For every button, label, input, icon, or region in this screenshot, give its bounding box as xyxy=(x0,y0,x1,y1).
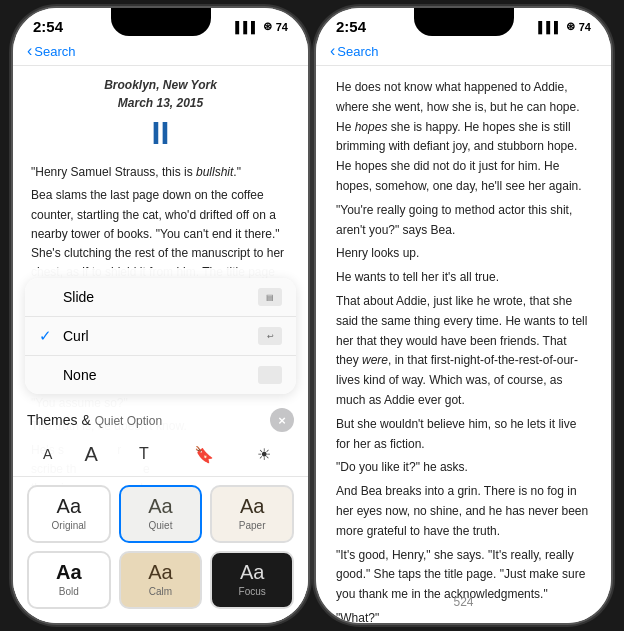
transition-slide-left: Slide xyxy=(39,289,94,306)
right-p5: That about Addie, just like he wrote, th… xyxy=(336,292,591,411)
theme-paper-inner: Aa Paper xyxy=(212,487,292,541)
theme-calm-inner: Aa Calm xyxy=(121,553,201,607)
battery-icon: 74 xyxy=(276,21,288,33)
right-p6: But she wouldn't believe him, so he lets… xyxy=(336,415,591,455)
theme-bold-aa: Aa xyxy=(56,561,82,584)
right-status-bar: 2:54 ▌▌▌ ⊛ 74 xyxy=(316,8,611,39)
none-label: None xyxy=(63,367,96,383)
slide-check xyxy=(39,289,55,306)
font-size-large-label[interactable]: A xyxy=(84,443,97,466)
theme-bold-inner: Aa Bold xyxy=(29,553,109,607)
left-status-icons: ▌▌▌ ⊛ 74 xyxy=(235,20,288,33)
font-brightness-icon[interactable]: ☀ xyxy=(250,440,278,468)
theme-bold-card[interactable]: Aa Bold xyxy=(27,551,111,609)
curl-label: Curl xyxy=(63,328,89,344)
left-phone: 2:54 ▌▌▌ ⊛ 74 ‹ Search Brooklyn, New Yor… xyxy=(13,8,308,623)
right-p7: "Do you like it?" he asks. xyxy=(336,458,591,478)
theme-focus-name: Focus xyxy=(239,586,266,597)
none-check xyxy=(39,367,55,384)
overlay-panel: Slide ▤ ✓ Curl ↩ None xyxy=(13,268,308,623)
right-battery-icon: 74 xyxy=(579,21,591,33)
right-status-time: 2:54 xyxy=(336,18,366,35)
theme-focus-inner: Aa Focus xyxy=(212,553,292,607)
none-icon xyxy=(258,366,282,384)
right-p3: Henry looks up. xyxy=(336,244,591,264)
right-signal-icon: ▌▌▌ xyxy=(538,21,561,33)
back-chevron-icon: ‹ xyxy=(27,43,32,59)
right-p8: And Bea breaks into a grin. There is no … xyxy=(336,482,591,541)
right-nav-bar: ‹ Search xyxy=(316,39,611,66)
theme-paper-card[interactable]: Aa Paper xyxy=(210,485,294,543)
right-back-label: Search xyxy=(337,44,378,59)
transition-slide[interactable]: Slide ▤ xyxy=(25,278,296,317)
font-size-small-label[interactable]: A xyxy=(43,446,52,462)
close-button[interactable]: × xyxy=(270,408,294,432)
left-back-button[interactable]: ‹ Search xyxy=(27,43,76,59)
back-label: Search xyxy=(34,44,75,59)
signal-icon: ▌▌▌ xyxy=(235,21,258,33)
right-book-content: He does not know what happened to Addie,… xyxy=(316,66,611,623)
theme-calm-name: Calm xyxy=(149,586,172,597)
book-header: Brooklyn, New YorkMarch 13, 2015 II xyxy=(31,76,290,151)
theme-original-card[interactable]: Aa Original xyxy=(27,485,111,543)
left-screen: 2:54 ▌▌▌ ⊛ 74 ‹ Search Brooklyn, New Yor… xyxy=(13,8,308,623)
left-nav-bar: ‹ Search xyxy=(13,39,308,66)
theme-bold-name: Bold xyxy=(59,586,79,597)
themes-label: Themes & Quiet Option xyxy=(27,412,162,428)
theme-focus-aa: Aa xyxy=(240,561,264,584)
right-wifi-icon: ⊛ xyxy=(566,20,575,33)
curl-check: ✓ xyxy=(39,327,55,345)
theme-quiet-inner: Aa Quiet xyxy=(121,487,201,541)
right-phone: 2:54 ▌▌▌ ⊛ 74 ‹ Search He does not know … xyxy=(316,8,611,623)
transition-menu: Slide ▤ ✓ Curl ↩ None xyxy=(25,278,296,394)
transition-none-left: None xyxy=(39,367,96,384)
slide-icon: ▤ xyxy=(258,288,282,306)
theme-calm-aa: Aa xyxy=(148,561,172,584)
right-p2: "You're really going to method actor thi… xyxy=(336,201,591,241)
curl-icon: ↩ xyxy=(258,327,282,345)
transition-curl-left: ✓ Curl xyxy=(39,327,89,345)
wifi-icon: ⊛ xyxy=(263,20,272,33)
right-back-button[interactable]: ‹ Search xyxy=(330,43,379,59)
font-controls: A A T 🔖 ☀ xyxy=(13,436,308,477)
theme-quiet-aa: Aa xyxy=(148,495,172,518)
right-p10: "What?" xyxy=(336,609,591,623)
book-chapter: II xyxy=(31,116,290,151)
right-status-icons: ▌▌▌ ⊛ 74 xyxy=(538,20,591,33)
theme-original-aa: Aa xyxy=(57,495,81,518)
right-screen: 2:54 ▌▌▌ ⊛ 74 ‹ Search He does not know … xyxy=(316,8,611,623)
theme-focus-card[interactable]: Aa Focus xyxy=(210,551,294,609)
theme-original-inner: Aa Original xyxy=(29,487,109,541)
theme-grid: Aa Original Aa Quiet Aa Paper xyxy=(13,477,308,623)
left-status-time: 2:54 xyxy=(33,18,63,35)
font-bookmark-icon[interactable]: 🔖 xyxy=(190,440,218,468)
theme-original-name: Original xyxy=(52,520,86,531)
theme-quiet-name: Quiet xyxy=(149,520,173,531)
page-number: 524 xyxy=(453,595,473,609)
book-location: Brooklyn, New YorkMarch 13, 2015 xyxy=(31,76,290,112)
right-p4: He wants to tell her it's all true. xyxy=(336,268,591,288)
themes-options-bar: Themes & Quiet Option × xyxy=(13,400,308,436)
right-p1: He does not know what happened to Addie,… xyxy=(336,78,591,197)
theme-calm-card[interactable]: Aa Calm xyxy=(119,551,203,609)
right-back-chevron-icon: ‹ xyxy=(330,43,335,59)
left-status-bar: 2:54 ▌▌▌ ⊛ 74 xyxy=(13,8,308,39)
phones-container: 2:54 ▌▌▌ ⊛ 74 ‹ Search Brooklyn, New Yor… xyxy=(13,8,611,623)
theme-paper-name: Paper xyxy=(239,520,266,531)
transition-none[interactable]: None xyxy=(25,356,296,394)
theme-quiet-card[interactable]: Aa Quiet xyxy=(119,485,203,543)
book-p1: "Henry Samuel Strauss, this is bullshit.… xyxy=(31,163,290,182)
slide-label: Slide xyxy=(63,289,94,305)
transition-curl[interactable]: ✓ Curl ↩ xyxy=(25,317,296,356)
theme-paper-aa: Aa xyxy=(240,495,264,518)
font-format-icon[interactable]: T xyxy=(130,440,158,468)
